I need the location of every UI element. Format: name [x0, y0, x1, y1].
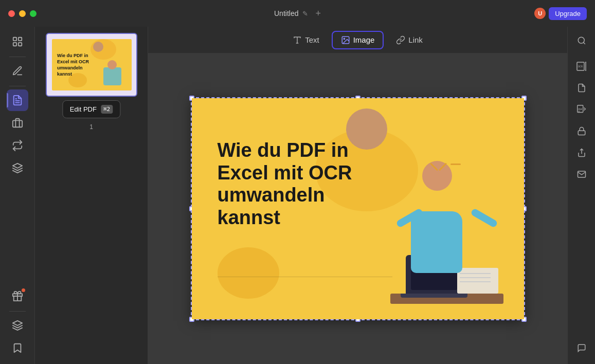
- svg-point-20: [107, 60, 117, 69]
- arm-right: [470, 208, 498, 228]
- document-title: Untitled: [274, 9, 298, 17]
- svg-rect-0: [13, 38, 16, 41]
- maximize-button[interactable]: [30, 10, 37, 17]
- background-blob-2: [218, 247, 279, 299]
- minimize-button[interactable]: [19, 10, 26, 17]
- svg-text:Wie du PDF in: Wie du PDF in: [57, 53, 88, 58]
- right-sidebar: OCR PDF /A: [567, 27, 595, 364]
- sidebar-item-convert[interactable]: [7, 135, 28, 156]
- share-icon-button[interactable]: [572, 143, 591, 162]
- person-torso: [411, 211, 462, 273]
- thumbnail-image: Wie du PDF in Excel mit OCR umwandeln ka…: [52, 39, 132, 90]
- sidebar-item-layers[interactable]: [7, 157, 28, 179]
- thumbnail-page-1[interactable]: Wie du PDF in Excel mit OCR umwandeln ka…: [46, 33, 137, 97]
- canvas-toolbar: Text Image: [148, 27, 567, 53]
- text-tool-label: Text: [305, 35, 319, 44]
- main-heading: Wie du PDF in Excel mit OCR umwandeln ka…: [218, 139, 352, 229]
- link-tool-button[interactable]: Link: [388, 32, 431, 48]
- edit-title-icon[interactable]: ✎: [302, 10, 308, 17]
- link-icon: [396, 35, 405, 45]
- canvas-scroll[interactable]: Wie du PDF in Excel mit OCR umwandeln ka…: [148, 53, 567, 364]
- svg-point-25: [578, 37, 584, 43]
- book: [457, 268, 498, 296]
- gift-notification-dot: [22, 288, 25, 292]
- svg-rect-3: [18, 43, 21, 46]
- close-button[interactable]: [8, 10, 15, 17]
- document-icon-button[interactable]: [572, 78, 591, 98]
- svg-marker-10: [12, 321, 22, 325]
- page-number: 1: [89, 123, 93, 131]
- chat-icon-button[interactable]: [572, 338, 591, 358]
- stress-line-1: [438, 162, 446, 171]
- person-body: [390, 155, 503, 304]
- sidebar-divider-2: [9, 86, 26, 86]
- titlebar: Untitled ✎ + U Upgrade: [0, 0, 595, 27]
- text-tool-button[interactable]: Text: [284, 32, 328, 48]
- svg-text:umwandeln: umwandeln: [57, 65, 83, 70]
- sidebar-item-layers2[interactable]: [7, 315, 28, 336]
- stress-line-3: [429, 162, 438, 171]
- page-content: Wie du PDF in Excel mit OCR umwandeln ka…: [192, 98, 524, 319]
- content-divider: [218, 277, 392, 277]
- svg-point-24: [344, 38, 345, 39]
- person-illustration: [380, 129, 514, 304]
- edit-pdf-tooltip: Edit PDF ⌘2: [62, 100, 120, 118]
- image-tool-label: Image: [353, 35, 375, 44]
- svg-rect-2: [13, 43, 16, 46]
- thumbnail-svg: Wie du PDF in Excel mit OCR umwandeln ka…: [52, 39, 132, 90]
- add-document-icon[interactable]: +: [315, 8, 321, 19]
- text-icon: [293, 35, 302, 45]
- sidebar-divider-bottom: [9, 311, 26, 312]
- document-page[interactable]: Wie du PDF in Excel mit OCR umwandeln ka…: [192, 98, 524, 319]
- svg-line-26: [583, 42, 585, 44]
- sidebar-item-edit[interactable]: [7, 89, 28, 111]
- sidebar-item-gift[interactable]: [7, 285, 28, 307]
- pdf-convert-icon-button[interactable]: PDF /A: [572, 100, 591, 119]
- sidebar-divider-1: [9, 57, 26, 57]
- thumbnail-wrapper: Wie du PDF in Excel mit OCR umwandeln ka…: [46, 33, 137, 97]
- main-text-line2: Excel mit OCR: [218, 162, 352, 185]
- upgrade-button[interactable]: Upgrade: [549, 7, 587, 20]
- email-icon-button[interactable]: [572, 165, 591, 184]
- svg-text:Excel mit OCR: Excel mit OCR: [57, 59, 89, 64]
- svg-point-14: [93, 42, 103, 52]
- search-icon-button[interactable]: [572, 31, 591, 50]
- image-tool-button[interactable]: Image: [332, 31, 384, 49]
- sidebar-item-pen[interactable]: [7, 60, 28, 82]
- book-cover: [457, 268, 498, 294]
- active-indicator: [7, 93, 8, 107]
- link-tool-label: Link: [408, 35, 423, 44]
- tooltip-shortcut: ⌘2: [101, 105, 113, 114]
- left-sidebar: [0, 27, 35, 364]
- svg-marker-7: [12, 163, 22, 168]
- thumbnail-panel: Wie du PDF in Excel mit OCR umwandeln ka…: [35, 27, 148, 364]
- main-text-line4: kannst: [218, 207, 352, 229]
- svg-text:OCR: OCR: [578, 65, 583, 68]
- svg-rect-35: [578, 131, 585, 135]
- sidebar-item-pages[interactable]: [7, 31, 28, 52]
- svg-rect-19: [103, 67, 121, 85]
- main-layout: Wie du PDF in Excel mit OCR umwandeln ka…: [0, 27, 595, 364]
- sidebar-item-bookmark[interactable]: [7, 337, 28, 359]
- svg-rect-1: [18, 38, 21, 41]
- stress-line-2: [450, 163, 461, 165]
- user-avatar: U: [534, 8, 546, 19]
- titlebar-center: Untitled ✎ +: [274, 8, 321, 19]
- person-head: [422, 161, 452, 191]
- tooltip-label: Edit PDF: [70, 105, 97, 113]
- image-icon: [341, 35, 350, 45]
- canvas-area: Text Image: [148, 27, 567, 364]
- traffic-lights: [8, 10, 37, 17]
- svg-text:kannst: kannst: [57, 71, 72, 77]
- svg-rect-6: [12, 120, 22, 127]
- main-text-line1: Wie du PDF in: [218, 139, 352, 162]
- main-text-line3: umwandeln: [218, 184, 352, 207]
- sidebar-item-organize[interactable]: [7, 112, 28, 134]
- lock-icon-button[interactable]: [572, 121, 591, 141]
- ocr-icon-button[interactable]: OCR: [572, 57, 591, 76]
